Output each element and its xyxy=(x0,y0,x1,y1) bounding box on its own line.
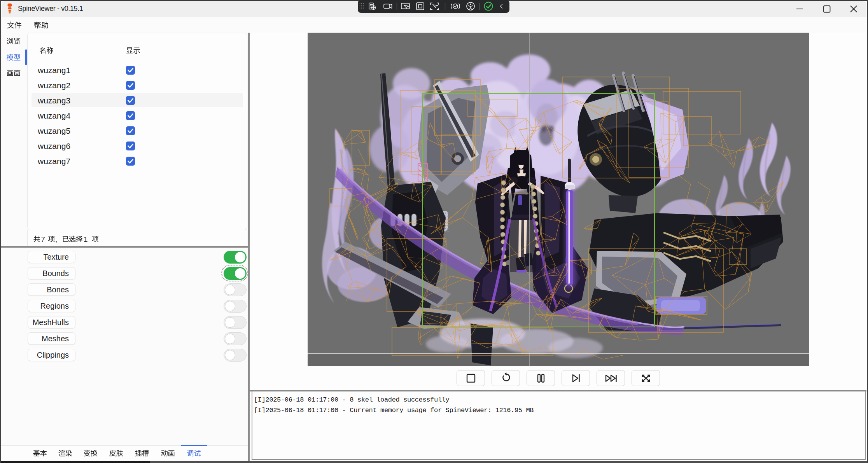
svg-text:,: , xyxy=(55,235,57,243)
svg-text:7: 7 xyxy=(41,235,46,243)
svg-text:1: 1 xyxy=(84,235,88,243)
